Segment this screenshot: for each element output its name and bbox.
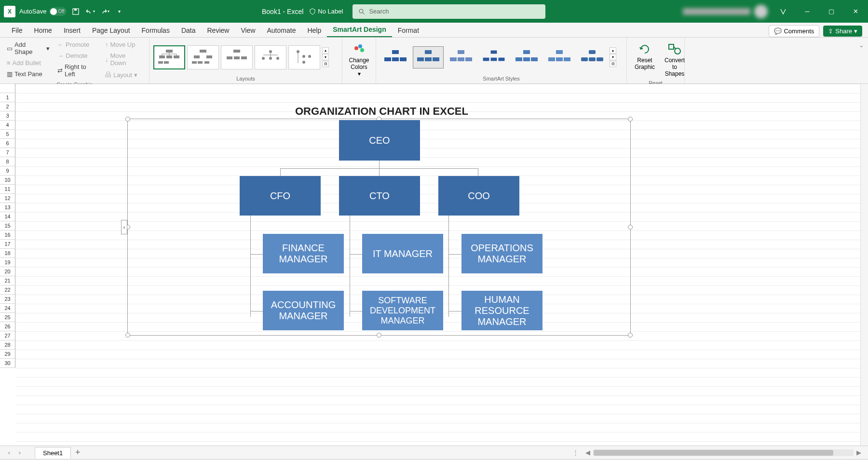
resize-handle[interactable] (125, 117, 130, 122)
row-header[interactable]: 24 (0, 304, 15, 313)
resize-handle[interactable] (628, 117, 633, 122)
row-header[interactable]: 9 (0, 166, 15, 176)
hscroll-right[interactable]: ▶ (854, 449, 864, 456)
convert-shapes-button[interactable]: Convert to Shapes (661, 40, 689, 79)
tab-automate[interactable]: Automate (261, 24, 302, 37)
resize-handle[interactable] (628, 333, 633, 338)
sheet-nav-next[interactable]: › (14, 449, 25, 456)
org-node-cto[interactable]: CTO (339, 176, 420, 216)
change-colors-button[interactable]: Change Colors ▾ (346, 40, 372, 79)
sheet-nav-prev[interactable]: ‹ (4, 449, 14, 456)
org-node-accounting[interactable]: ACCOUNTING MANAGER (263, 291, 344, 330)
tab-format[interactable]: Format (392, 24, 425, 37)
tab-data[interactable]: Data (176, 24, 202, 37)
style-option-7[interactable] (577, 46, 608, 68)
row-header[interactable]: 1 (0, 93, 15, 102)
row-header[interactable]: 3 (0, 111, 15, 121)
tab-file[interactable]: File (6, 24, 28, 37)
row-header[interactable]: 10 (0, 176, 15, 185)
minimize-button[interactable]: ─ (799, 3, 816, 20)
row-header[interactable]: 4 (0, 121, 15, 130)
row-header[interactable]: 11 (0, 185, 15, 194)
user-account[interactable] (683, 5, 768, 18)
row-header[interactable]: 8 (0, 157, 15, 166)
row-header[interactable]: 19 (0, 258, 15, 267)
qat-customize-icon[interactable]: ▾ (114, 6, 124, 17)
org-node-ceo[interactable]: CEO (339, 120, 420, 161)
org-node-hr[interactable]: HUMAN RESOURCE MANAGER (461, 291, 542, 330)
resize-handle[interactable] (628, 225, 633, 230)
resize-handle[interactable] (125, 333, 130, 338)
redo-icon[interactable]: ▾ (99, 6, 110, 17)
layout-option-2[interactable] (187, 45, 219, 69)
row-header[interactable]: 27 (0, 331, 15, 340)
row-header[interactable]: 28 (0, 340, 15, 350)
row-header[interactable]: 22 (0, 285, 15, 295)
row-header[interactable]: 23 (0, 295, 15, 304)
vertical-scrollbar[interactable] (860, 84, 868, 446)
style-option-1[interactable] (380, 46, 411, 68)
undo-icon[interactable]: ▾ (85, 6, 95, 17)
org-node-coo[interactable]: COO (438, 176, 519, 216)
tab-review[interactable]: Review (202, 24, 235, 37)
comments-button[interactable]: 💬 Comments (769, 25, 819, 37)
resize-handle[interactable] (377, 333, 381, 338)
row-header[interactable]: 6 (0, 139, 15, 148)
hscroll-left[interactable]: ◀ (583, 449, 593, 456)
row-header[interactable]: 21 (0, 276, 15, 285)
row-header[interactable]: 16 (0, 230, 15, 240)
org-node-software[interactable]: SOFTWARE DEVELOPMENT MANAGER (362, 291, 443, 330)
org-node-operations[interactable]: OPERATIONS MANAGER (461, 234, 542, 273)
text-pane-button[interactable]: ▥ Text Pane (4, 69, 53, 79)
sheet-tabs-menu[interactable]: ⋮ (569, 449, 583, 456)
org-node-it[interactable]: IT MANAGER (362, 234, 443, 273)
layouts-more[interactable]: ▴▾⊟ (322, 47, 329, 67)
search-input[interactable]: Search (353, 4, 545, 19)
sheet-tab-sheet1[interactable]: Sheet1 (35, 447, 71, 459)
row-header[interactable]: 26 (0, 322, 15, 331)
tab-view[interactable]: View (235, 24, 261, 37)
tab-formulas[interactable]: Formulas (136, 24, 176, 37)
style-option-5[interactable] (511, 46, 542, 68)
share-button[interactable]: ⇪ Share ▾ (823, 26, 862, 37)
save-icon[interactable] (70, 6, 81, 17)
select-all-cell[interactable] (0, 84, 15, 93)
tab-page-layout[interactable]: Page Layout (86, 24, 136, 37)
style-option-3[interactable] (446, 46, 476, 68)
layout-option-3[interactable] (221, 45, 253, 69)
add-shape-button[interactable]: ▭ Add Shape ▾ (4, 40, 53, 57)
row-header[interactable]: 17 (0, 240, 15, 249)
row-header[interactable]: 20 (0, 267, 15, 276)
add-sheet-button[interactable]: + (71, 447, 84, 458)
org-node-cfo[interactable]: CFO (240, 176, 321, 216)
rtl-button[interactable]: ⇄ Right to Left (54, 62, 100, 79)
tab-insert[interactable]: Insert (58, 24, 86, 37)
row-header[interactable]: 25 (0, 313, 15, 322)
row-header[interactable]: 30 (0, 359, 15, 368)
grid-area[interactable]: ORGANIZATION CHART IN EXCEL ‹ CEO CFO (15, 84, 860, 446)
autosave-toggle[interactable]: AutoSave Off (19, 7, 67, 16)
row-header[interactable]: 15 (0, 221, 15, 230)
mode-switch-icon[interactable] (774, 3, 792, 20)
close-button[interactable]: ✕ (847, 3, 864, 20)
tab-smartart-design[interactable]: SmartArt Design (327, 23, 392, 37)
smartart-object[interactable]: ‹ CEO CFO CTO COO FINANCE MANAGER IT MAN… (127, 119, 631, 336)
reset-graphic-button[interactable]: Reset Graphic (631, 40, 659, 72)
style-option-4[interactable] (478, 46, 509, 68)
tab-home[interactable]: Home (28, 24, 58, 37)
maximize-button[interactable]: ▢ (823, 3, 840, 20)
horizontal-scrollbar[interactable] (593, 449, 854, 456)
text-pane-toggle[interactable]: ‹ (121, 220, 127, 234)
row-header[interactable]: 2 (0, 102, 15, 111)
row-header[interactable]: 5 (0, 130, 15, 139)
row-header[interactable]: 14 (0, 212, 15, 221)
style-option-6[interactable] (544, 46, 575, 68)
layout-option-5[interactable] (288, 45, 320, 69)
row-header[interactable]: 29 (0, 350, 15, 359)
row-header[interactable]: 18 (0, 249, 15, 258)
collapse-ribbon-icon[interactable]: ⌄ (855, 38, 868, 83)
row-header[interactable]: 13 (0, 203, 15, 212)
row-header[interactable]: 7 (0, 148, 15, 157)
org-node-finance[interactable]: FINANCE MANAGER (263, 234, 344, 273)
layout-option-1[interactable] (153, 45, 185, 69)
